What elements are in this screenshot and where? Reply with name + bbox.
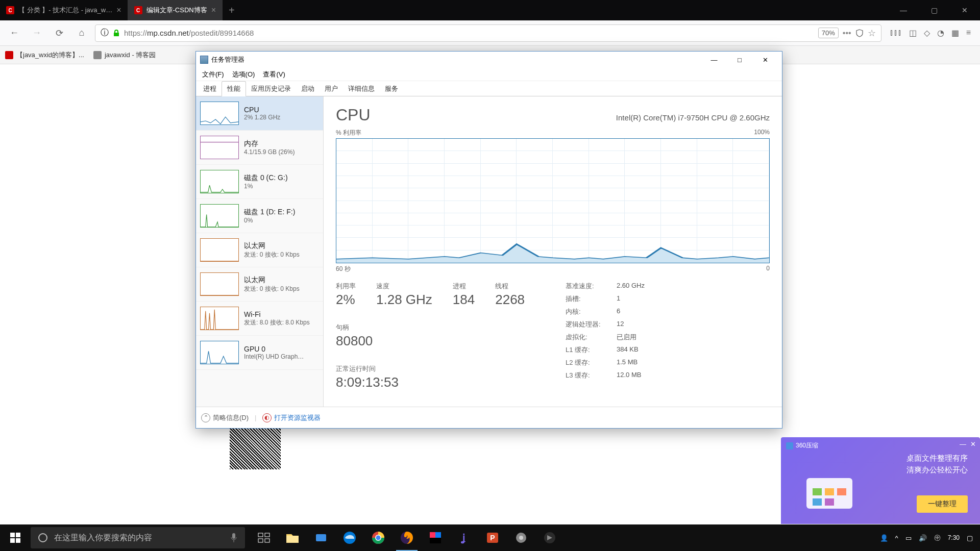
tm-tab-processes[interactable]: 进程 [198, 82, 222, 96]
tm-menu-options[interactable]: 选项(O) [229, 69, 258, 80]
bookmark-0[interactable]: 【java_wxid的博客】... [5, 51, 84, 60]
taskbar-app-app-blue[interactable] [307, 524, 335, 551]
popup-close-button[interactable]: ✕ [970, 440, 976, 448]
task-manager-window: 任务管理器 — □ ✕ 文件(F) 选项(O) 查看(V) 进程 性能 应用历史… [195, 51, 782, 429]
extension-icon[interactable]: ▦ [951, 28, 959, 38]
tm-menu-view[interactable]: 查看(V) [260, 69, 288, 80]
tm-side-item-1[interactable]: 内存4.1/15.9 GB (26%) [196, 131, 323, 165]
library-icon[interactable]: ⫿⫿⫿ [890, 28, 902, 38]
taskbar-app-task-view[interactable] [250, 524, 278, 551]
tm-side-item-6[interactable]: Wi-Fi发送: 8.0 接收: 8.0 Kbps [196, 302, 323, 336]
cpu-model: Intel(R) Core(TM) i7-9750H CPU @ 2.60GHz [616, 113, 770, 122]
bookmark-star-icon[interactable]: ☆ [868, 28, 876, 39]
tm-tab-users[interactable]: 用户 [320, 82, 343, 96]
svg-rect-10 [258, 539, 263, 542]
svg-point-28 [519, 536, 523, 540]
tm-side-item-2[interactable]: 磁盘 0 (C: G:)1% [196, 165, 323, 199]
account-icon[interactable]: ◔ [937, 28, 944, 38]
tm-side-item-3[interactable]: 磁盘 1 (D: E: F:)0% [196, 199, 323, 233]
tm-title-text: 任务管理器 [211, 55, 244, 64]
network-icon[interactable]: ▭ [905, 534, 912, 542]
window-maximize-button[interactable]: ▢ [919, 0, 949, 20]
lock-icon [113, 30, 120, 37]
cortana-icon [38, 533, 48, 543]
taskbar-app-file-explorer[interactable] [279, 524, 306, 551]
url-input[interactable]: ⓘ https://mp.csdn.net/postedit/89914668 … [95, 24, 881, 42]
cpu-heading: CPU [336, 106, 371, 124]
taskbar-app-app-j[interactable]: ʝ [450, 524, 478, 551]
tm-tab-details[interactable]: 详细信息 [343, 82, 380, 96]
tm-sidebar[interactable]: CPU2% 1.28 GHz内存4.1/15.9 GB (26%)磁盘 0 (C… [196, 96, 324, 407]
taskbar-app-settings[interactable] [507, 524, 535, 551]
svg-rect-8 [258, 533, 263, 537]
tm-maximize-button[interactable]: □ [727, 52, 752, 67]
taskbar-app-app-dark[interactable] [536, 524, 564, 551]
tm-resource-monitor-link[interactable]: ◐打开资源监视器 [262, 413, 321, 422]
bookmark-1[interactable]: javawxid - 博客园 [93, 51, 156, 60]
svg-rect-4 [813, 498, 822, 506]
zoom-indicator[interactable]: 70% [818, 28, 839, 38]
tm-side-item-5[interactable]: 以太网发送: 0 接收: 0 Kbps [196, 267, 323, 302]
pocket-icon[interactable]: ◇ [924, 28, 930, 38]
taskbar-app-firefox[interactable] [393, 524, 421, 551]
svg-point-6 [39, 534, 47, 542]
popup-minimize-button[interactable]: — [960, 440, 966, 448]
ime-icon[interactable]: ㊥ [934, 533, 941, 542]
svg-rect-2 [825, 488, 834, 495]
close-icon[interactable]: × [211, 6, 216, 15]
tray-chevron-icon[interactable]: ^ [895, 534, 898, 542]
browser-tab-0[interactable]: C【 分类 】- 技术汇总 - java_w…× [0, 0, 128, 20]
svg-text:P: P [490, 534, 495, 542]
tm-minimize-button[interactable]: — [701, 52, 727, 67]
tm-side-item-4[interactable]: 以太网发送: 0 接收: 0 Kbps [196, 233, 323, 267]
tm-tabs: 进程 性能 应用历史记录 启动 用户 详细信息 服务 [196, 81, 782, 96]
people-icon[interactable]: 👤 [880, 534, 888, 542]
taskbar-clock[interactable]: 7:30 [948, 534, 960, 541]
svg-rect-1 [813, 488, 822, 495]
svg-rect-9 [265, 533, 270, 537]
tm-titlebar[interactable]: 任务管理器 — □ ✕ [196, 52, 782, 68]
home-button[interactable]: ⌂ [72, 24, 91, 42]
svg-rect-11 [265, 539, 270, 542]
tm-tab-history[interactable]: 应用历史记录 [246, 82, 296, 96]
svg-rect-7 [232, 533, 235, 539]
taskbar-app-edge[interactable] [336, 524, 363, 551]
window-close-button[interactable]: ✕ [949, 0, 980, 20]
tm-side-item-7[interactable]: GPU 0Intel(R) UHD Graph… [196, 336, 323, 370]
svg-rect-13 [316, 534, 326, 541]
taskbar-search[interactable]: 在这里输入你要搜索的内容 [31, 527, 245, 548]
info-icon[interactable]: ⓘ [101, 28, 109, 38]
notifications-icon[interactable]: ▢ [967, 534, 973, 542]
taskbar-app-intellij[interactable] [422, 524, 449, 551]
reload-button[interactable]: ⟳ [50, 24, 68, 42]
sidebar-icon[interactable]: ◫ [909, 28, 917, 38]
taskbar-app-chrome[interactable] [364, 524, 392, 551]
system-tray[interactable]: 👤 ^ ▭ 🔊 ㊥ 7:30 ▢ [873, 533, 980, 542]
svg-rect-12 [286, 536, 299, 543]
cpu-utilization-chart[interactable] [336, 138, 770, 263]
tm-menubar: 文件(F) 选项(O) 查看(V) [196, 68, 782, 81]
tm-tab-startup[interactable]: 启动 [296, 82, 320, 96]
menu-icon[interactable]: ≡ [966, 28, 971, 38]
tm-tab-performance[interactable]: 性能 [222, 81, 246, 96]
new-tab-button[interactable]: + [223, 5, 241, 16]
tm-close-button[interactable]: ✕ [752, 52, 778, 67]
svg-rect-22 [430, 532, 435, 538]
back-button[interactable]: ← [5, 24, 23, 42]
tm-side-item-0[interactable]: CPU2% 1.28 GHz [196, 96, 323, 131]
volume-icon[interactable]: 🔊 [919, 534, 927, 542]
forward-button[interactable]: → [28, 24, 46, 42]
tm-tab-services[interactable]: 服务 [380, 82, 403, 96]
browser-tab-1[interactable]: C编辑文章-CSDN博客× [128, 0, 223, 20]
start-button[interactable] [0, 524, 31, 551]
taskbar-app-powerpoint[interactable]: P [479, 524, 506, 551]
shield-icon[interactable] [855, 29, 864, 37]
tm-menu-file[interactable]: 文件(F) [199, 69, 227, 80]
close-icon[interactable]: × [116, 6, 121, 15]
popup-action-button[interactable]: 一键整理 [917, 495, 968, 513]
mic-icon[interactable] [230, 532, 238, 543]
window-minimize-button[interactable]: — [888, 0, 919, 20]
tm-main-panel: CPU Intel(R) Core(TM) i7-9750H CPU @ 2.6… [324, 96, 782, 407]
popup-app-icon [786, 442, 793, 449]
tm-fewer-details-button[interactable]: ⌃简略信息(D) [201, 413, 249, 422]
